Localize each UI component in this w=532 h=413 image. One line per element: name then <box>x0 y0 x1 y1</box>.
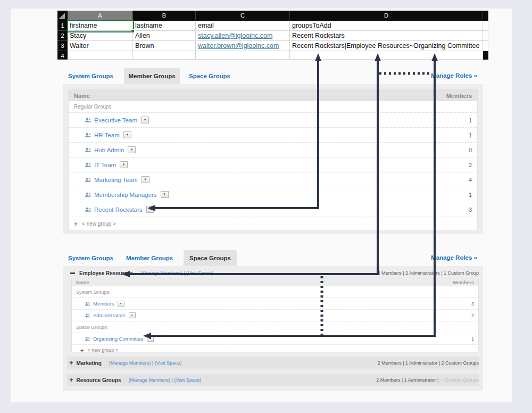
cell-c1[interactable]: email <box>196 21 290 31</box>
group-dropdown-icon[interactable]: ▾ <box>129 312 136 318</box>
group-link[interactable]: Membership Managers <box>94 192 157 198</box>
row-header-3[interactable]: 3 <box>57 41 68 51</box>
add-icon: + <box>80 347 84 353</box>
members-icon <box>85 118 92 123</box>
column-header-c[interactable]: C <box>196 11 290 21</box>
column-header-sliver[interactable] <box>483 11 488 21</box>
new-group-label: < new group > <box>82 221 116 227</box>
group-dropdown-icon[interactable]: ▾ <box>161 191 169 198</box>
group-dropdown-icon[interactable]: ▾ <box>141 117 149 123</box>
group-dropdown-icon[interactable]: ▾ <box>123 131 131 138</box>
expand-icon[interactable]: + <box>69 360 73 366</box>
cell-e4[interactable] <box>483 51 488 60</box>
email-link[interactable]: walter.brown@iglooinc.com <box>198 42 279 49</box>
space-name: Employee Resources <box>79 270 133 276</box>
members-icon <box>85 207 92 212</box>
cell-e1[interactable] <box>483 21 488 31</box>
members-icon <box>85 337 90 341</box>
group-dropdown-icon[interactable]: ▾ <box>118 301 124 307</box>
cell-d1[interactable]: groupsToAdd <box>290 21 483 31</box>
collapse-icon[interactable] <box>70 272 75 274</box>
group-dropdown-icon[interactable]: ▾ <box>120 161 128 168</box>
name-column-label: Name <box>74 93 90 99</box>
email-link[interactable]: stacy.allen@iglooinc.com <box>198 32 272 39</box>
cell-d4[interactable] <box>290 51 483 60</box>
group-row: IT Team▾2 <box>69 158 477 172</box>
members-icon <box>85 177 92 183</box>
tab-system-groups[interactable]: System Groups <box>68 250 113 266</box>
group-link[interactable]: HR Team <box>94 132 120 138</box>
cell-e2[interactable] <box>483 31 488 41</box>
tab-member-groups[interactable]: Member Groups <box>126 250 173 266</box>
cell-b2[interactable]: Allen <box>133 31 196 41</box>
group-row: Recent Rockstars▾3 <box>69 202 477 217</box>
select-all-icon <box>59 13 65 19</box>
accordion-employee-resources[interactable]: Employee Resources (Manage Members) | (V… <box>67 269 479 277</box>
group-dropdown-icon[interactable]: ▾ <box>128 146 136 153</box>
group-link[interactable]: Marketing Team <box>94 177 138 183</box>
cell-b4[interactable] <box>133 51 196 60</box>
cell-d2[interactable]: Recent Rockstars <box>290 31 483 41</box>
manage-roles-link[interactable]: Manage Roles » <box>431 72 477 79</box>
member-count: 2 <box>469 162 472 168</box>
group-link[interactable]: IT Team <box>94 162 116 168</box>
tab-space-groups[interactable]: Space Groups <box>189 68 230 84</box>
members-icon <box>85 192 92 197</box>
group-link[interactable]: Organizing Committee <box>93 336 144 342</box>
column-header-d[interactable]: D <box>290 11 483 21</box>
new-group-row[interactable]: +< new group > <box>72 345 478 355</box>
member-count: 3 <box>469 206 472 213</box>
cell-c3[interactable]: walter.brown@iglooinc.com <box>196 41 290 51</box>
member-count: 0 <box>469 147 472 153</box>
group-row: Members▾3 <box>72 298 478 310</box>
group-row: Hub Admin▾0 <box>69 143 477 158</box>
spreadsheet: A B C D 1 firstname lastname email group… <box>57 11 488 60</box>
group-link[interactable]: Recent Rockstars <box>94 206 143 213</box>
cell-b1[interactable]: lastname <box>133 21 196 31</box>
group-dropdown-icon[interactable]: ▾ <box>142 176 149 183</box>
cell-e3[interactable] <box>483 41 488 51</box>
members-icon <box>85 162 92 168</box>
column-header-a[interactable]: A <box>68 11 133 21</box>
space-links[interactable]: (Manage Members) | (Visit Space) <box>109 360 182 366</box>
cell-a1[interactable]: firstname <box>68 21 133 31</box>
space-summary: 3 Members | 2 Administrators | 1 Custom … <box>378 270 479 276</box>
cell-a4[interactable] <box>68 51 133 60</box>
new-group-row[interactable]: +< new group > <box>69 217 477 230</box>
members-icon <box>85 313 90 318</box>
member-count: 1 <box>469 192 472 198</box>
select-all-corner[interactable] <box>57 11 68 21</box>
cell-a3[interactable]: Walter <box>68 41 133 51</box>
tab-system-groups[interactable]: System Groups <box>68 68 113 84</box>
member-count: 1 <box>471 336 474 342</box>
cell-d3[interactable]: Recent Rockstars|Employee Resources~Orga… <box>290 41 483 51</box>
space-links[interactable]: (Manage Members) | (Visit Space) <box>140 270 213 276</box>
members-icon <box>85 147 92 153</box>
tab-space-groups[interactable]: Space Groups <box>184 250 237 266</box>
cell-c2[interactable]: stacy.allen@iglooinc.com <box>196 31 290 41</box>
group-link[interactable]: Members <box>93 301 114 307</box>
accordion-resource-groups[interactable]: + Resource Groups (Manage Members) | (Vi… <box>67 374 479 386</box>
space-links[interactable]: (Manage Members) | (Visit Space) <box>129 377 202 383</box>
group-dropdown-icon[interactable]: ▾ <box>147 336 154 342</box>
cell-c4[interactable] <box>196 51 290 60</box>
column-header-b[interactable]: B <box>133 11 196 21</box>
group-dropdown-icon[interactable]: ▾ <box>146 206 154 213</box>
manage-roles-link[interactable]: Manage Roles » <box>431 254 477 261</box>
group-row: Executive Team▾1 <box>69 113 477 128</box>
group-link[interactable]: Hub Admin <box>94 147 124 153</box>
accordion-marketing[interactable]: + Marketing (Manage Members) | (Visit Sp… <box>67 357 479 369</box>
row-header-1[interactable]: 1 <box>57 21 68 31</box>
tab-member-groups[interactable]: Member Groups <box>124 68 180 84</box>
section-label: System Groups: <box>72 286 478 298</box>
expand-icon[interactable]: + <box>69 377 73 383</box>
row-header-2[interactable]: 2 <box>57 31 68 41</box>
group-link[interactable]: Administrators <box>93 312 126 318</box>
row-header-4[interactable]: 4 <box>57 51 68 60</box>
group-row: Administrators▾2 <box>72 310 478 321</box>
group-row: Membership Managers▾1 <box>69 187 477 202</box>
table-header: Name Members <box>69 90 477 101</box>
group-link[interactable]: Executive Team <box>94 117 137 123</box>
cell-b3[interactable]: Brown <box>133 41 196 51</box>
cell-a2[interactable]: Stacy <box>68 31 133 41</box>
